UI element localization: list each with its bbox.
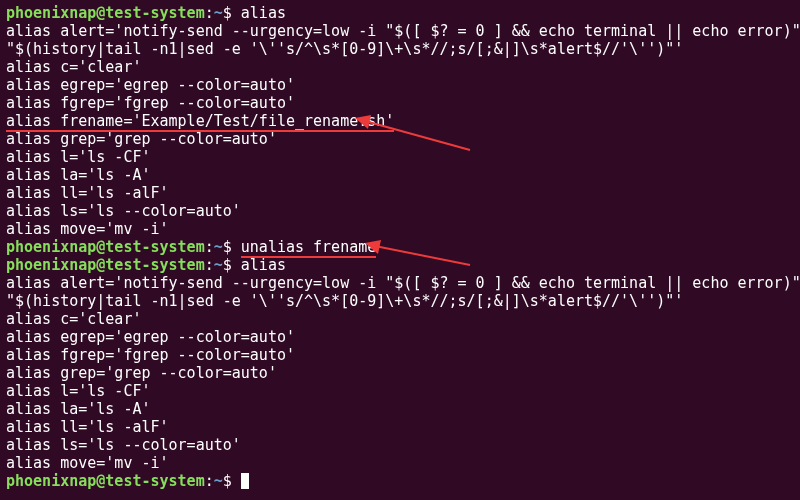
prompt-line: phoenixnap@test-system:~$ unalias frenam…	[6, 238, 794, 256]
path: ~	[214, 472, 223, 490]
output-line: "$(history|tail -n1|sed -e '\''s/^\s*[0-…	[6, 40, 794, 58]
colon: :	[205, 4, 214, 22]
colon: :	[205, 472, 214, 490]
output-line: alias c='clear'	[6, 310, 794, 328]
output-line: "$(history|tail -n1|sed -e '\''s/^\s*[0-…	[6, 292, 794, 310]
output-line-highlight: alias frename='Example/Test/file_rename.…	[6, 112, 794, 130]
host: test-system	[105, 4, 204, 22]
frename-alias: alias frename='Example/Test/file_rename.…	[6, 112, 394, 132]
output-line: alias move='mv -i'	[6, 454, 794, 472]
output-line: alias alert='notify-send --urgency=low -…	[6, 274, 794, 292]
at: @	[96, 256, 105, 274]
sigil: $	[223, 238, 241, 256]
at: @	[96, 4, 105, 22]
prompt-line: phoenixnap@test-system:~$	[6, 472, 794, 490]
sigil: $	[223, 472, 241, 490]
host: test-system	[105, 238, 204, 256]
path: ~	[214, 4, 223, 22]
output-line: alias ls='ls --color=auto'	[6, 436, 794, 454]
prompt-line: phoenixnap@test-system:~$ alias	[6, 4, 794, 22]
output-line: alias move='mv -i'	[6, 220, 794, 238]
sigil: $	[223, 256, 241, 274]
output-line: alias l='ls -CF'	[6, 148, 794, 166]
output-line: alias fgrep='fgrep --color=auto'	[6, 94, 794, 112]
output-line: alias la='ls -A'	[6, 400, 794, 418]
output-line: alias egrep='egrep --color=auto'	[6, 76, 794, 94]
output-line: alias ll='ls -alF'	[6, 418, 794, 436]
user: phoenixnap	[6, 472, 96, 490]
path: ~	[214, 238, 223, 256]
colon: :	[205, 256, 214, 274]
prompt-line: phoenixnap@test-system:~$ alias	[6, 256, 794, 274]
output-line: alias la='ls -A'	[6, 166, 794, 184]
host: test-system	[105, 256, 204, 274]
command: alias	[241, 4, 286, 22]
output-line: alias c='clear'	[6, 58, 794, 76]
output-line: alias grep='grep --color=auto'	[6, 130, 794, 148]
host: test-system	[105, 472, 204, 490]
output-line: alias grep='grep --color=auto'	[6, 364, 794, 382]
command-unalias: unalias frename	[241, 238, 376, 258]
terminal[interactable]: phoenixnap@test-system:~$ alias alias al…	[6, 4, 794, 490]
output-line: alias egrep='egrep --color=auto'	[6, 328, 794, 346]
user: phoenixnap	[6, 238, 96, 256]
user: phoenixnap	[6, 4, 96, 22]
path: ~	[214, 256, 223, 274]
cursor	[241, 473, 249, 489]
output-line: alias ls='ls --color=auto'	[6, 202, 794, 220]
colon: :	[205, 238, 214, 256]
command: alias	[241, 256, 286, 274]
output-line: alias ll='ls -alF'	[6, 184, 794, 202]
at: @	[96, 472, 105, 490]
output-line: alias alert='notify-send --urgency=low -…	[6, 22, 794, 40]
at: @	[96, 238, 105, 256]
output-line: alias fgrep='fgrep --color=auto'	[6, 346, 794, 364]
sigil: $	[223, 4, 241, 22]
output-line: alias l='ls -CF'	[6, 382, 794, 400]
user: phoenixnap	[6, 256, 96, 274]
